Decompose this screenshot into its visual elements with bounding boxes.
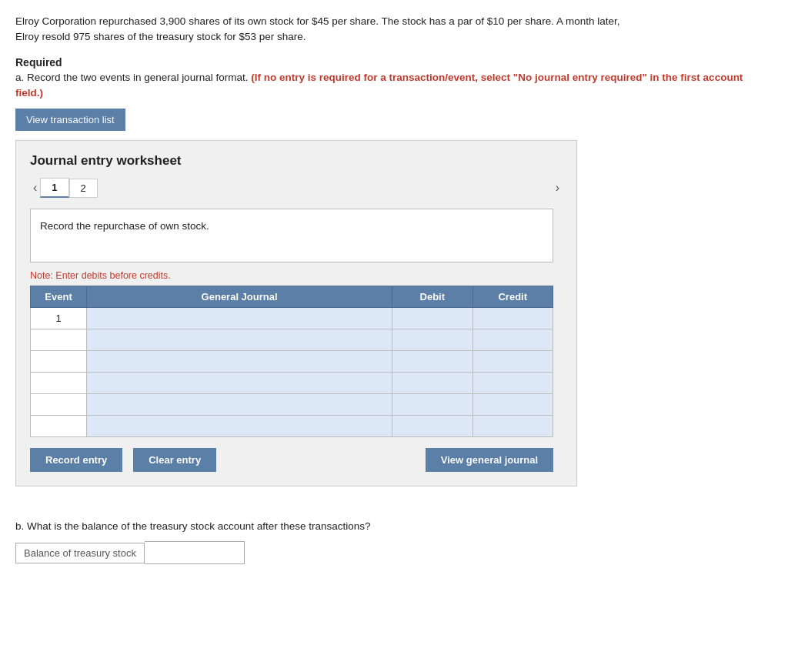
debit-cell-3[interactable] [392, 351, 472, 373]
journal-cell-5[interactable] [87, 394, 392, 416]
tab-2[interactable]: 2 [69, 179, 98, 198]
note-text: Note: Enter debits before credits. [30, 270, 563, 281]
debit-cell-4[interactable] [392, 373, 472, 394]
credit-cell-3[interactable] [472, 351, 553, 373]
journal-table: Event General Journal Debit Credit 1 [30, 286, 553, 437]
worksheet-container: Journal entry worksheet ‹ 1 2 › Record t… [15, 140, 577, 486]
chevron-left-icon[interactable]: ‹ [30, 179, 40, 196]
debit-input-1[interactable] [392, 308, 472, 329]
credit-input-1[interactable] [473, 308, 553, 329]
record-entry-button[interactable]: Record entry [30, 448, 122, 472]
event-cell-5 [31, 394, 87, 416]
credit-cell-1[interactable] [472, 308, 553, 329]
debit-input-2[interactable] [392, 329, 472, 350]
journal-input-2[interactable] [87, 329, 392, 350]
balance-row: Balance of treasury stock [15, 541, 773, 564]
debit-cell-2[interactable] [392, 329, 472, 351]
event-cell-2 [31, 329, 87, 351]
event-cell-1: 1 [31, 308, 87, 329]
event-cell-6 [31, 416, 87, 437]
journal-cell-6[interactable] [87, 416, 392, 437]
table-row [31, 373, 553, 394]
journal-input-1[interactable] [87, 308, 392, 329]
debit-cell-5[interactable] [392, 394, 472, 416]
journal-cell-4[interactable] [87, 373, 392, 394]
credit-input-4[interactable] [473, 373, 553, 393]
problem-line2: Elroy resold 975 shares of the treasury … [15, 31, 306, 42]
col-header-debit: Debit [392, 286, 472, 308]
table-row: 1 [31, 308, 553, 329]
description-text: Record the repurchase of own stock. [40, 220, 209, 232]
event-cell-3 [31, 351, 87, 373]
action-buttons-row: Record entry Clear entry View general jo… [30, 448, 553, 472]
journal-cell-2[interactable] [87, 329, 392, 351]
worksheet-title: Journal entry worksheet [30, 153, 563, 169]
required-label: Required [15, 56, 773, 69]
credit-input-5[interactable] [473, 394, 553, 415]
journal-input-6[interactable] [87, 416, 392, 436]
col-header-event: Event [31, 286, 87, 308]
event-cell-4 [31, 373, 87, 394]
journal-input-3[interactable] [87, 351, 392, 372]
credit-cell-2[interactable] [472, 329, 553, 351]
debit-input-3[interactable] [392, 351, 472, 372]
credit-cell-5[interactable] [472, 394, 553, 416]
journal-input-4[interactable] [87, 373, 392, 393]
table-row [31, 394, 553, 416]
debit-input-5[interactable] [392, 394, 472, 415]
tab-navigation: ‹ 1 2 › [30, 178, 563, 198]
col-header-credit: Credit [472, 286, 553, 308]
col-header-general-journal: General Journal [87, 286, 392, 308]
chevron-right-icon[interactable]: › [553, 179, 563, 196]
journal-input-5[interactable] [87, 394, 392, 415]
tab-1[interactable]: 1 [40, 178, 68, 198]
balance-label: Balance of treasury stock [15, 543, 145, 563]
view-general-journal-button[interactable]: View general journal [426, 448, 553, 472]
debit-input-6[interactable] [392, 416, 472, 436]
credit-cell-4[interactable] [472, 373, 553, 394]
table-row [31, 416, 553, 437]
instruction: a. Record the two events in general jour… [15, 70, 754, 102]
journal-cell-1[interactable] [87, 308, 392, 329]
view-transaction-button[interactable]: View transaction list [15, 109, 125, 131]
journal-cell-3[interactable] [87, 351, 392, 373]
credit-input-3[interactable] [473, 351, 553, 372]
section-b: b. What is the balance of the treasury s… [15, 520, 773, 564]
balance-input[interactable] [145, 541, 245, 564]
debit-input-4[interactable] [392, 373, 472, 393]
description-box: Record the repurchase of own stock. [30, 209, 553, 262]
credit-input-2[interactable] [473, 329, 553, 350]
credit-cell-6[interactable] [472, 416, 553, 437]
clear-entry-button[interactable]: Clear entry [133, 448, 216, 472]
table-row [31, 351, 553, 373]
section-b-question: b. What is the balance of the treasury s… [15, 520, 773, 532]
problem-statement: Elroy Corporation repurchased 3,900 shar… [15, 14, 754, 45]
credit-input-6[interactable] [473, 416, 553, 436]
debit-cell-1[interactable] [392, 308, 472, 329]
instruction-start: a. Record the two events in general jour… [15, 72, 248, 83]
table-row [31, 329, 553, 351]
debit-cell-6[interactable] [392, 416, 472, 437]
problem-line1: Elroy Corporation repurchased 3,900 shar… [15, 15, 619, 27]
